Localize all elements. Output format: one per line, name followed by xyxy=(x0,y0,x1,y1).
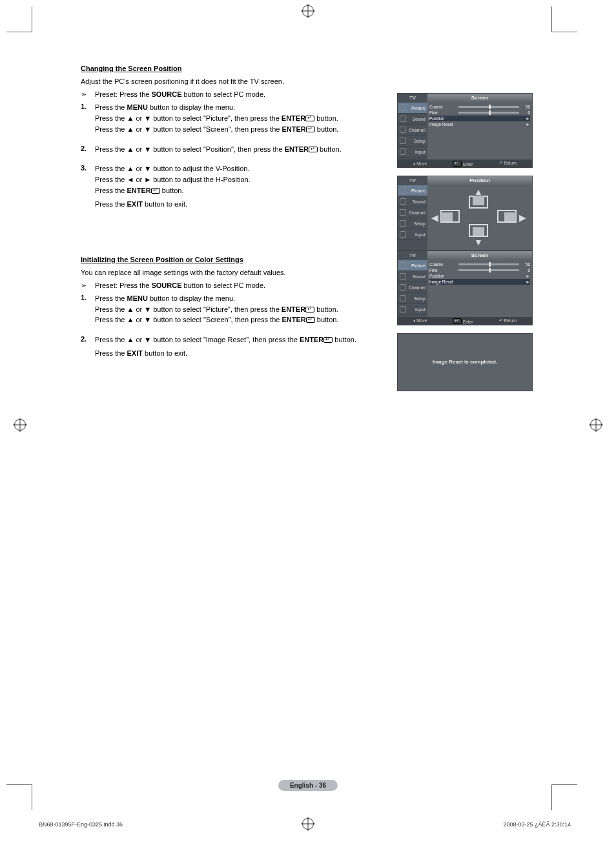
s1exitpost: button to exit. xyxy=(143,200,187,208)
osd-position-diagram: ▲ ◀ ▶ ▼ xyxy=(427,185,532,250)
s1s1l2post: button. xyxy=(314,114,338,122)
preset2-bold: SOURCE xyxy=(151,281,181,289)
osd-ftr-return: ↶ Return xyxy=(499,161,517,166)
crop-mark-tl xyxy=(6,6,32,32)
arrow-right-icon: ▶ xyxy=(519,212,526,223)
s2s1l1b: MENU xyxy=(127,294,148,302)
enter-icon xyxy=(151,188,160,194)
osd-row-image-reset: Image Reset xyxy=(429,280,457,284)
osd-row-fine: Fine xyxy=(429,110,457,115)
section1-step2: 2. Press the ▲ or ▼ button to select "Po… xyxy=(81,145,378,156)
section1-heading: Changing the Screen Position xyxy=(81,65,378,72)
s1s2l1post: button. xyxy=(318,145,342,153)
osd-sb-sound: Sound xyxy=(398,196,427,207)
preset-post: button to select PC mode. xyxy=(182,90,266,98)
pos-box-right xyxy=(497,210,517,223)
osd-footer: ♦ Move Enter ↶ Return xyxy=(398,317,532,325)
osd-sidebar: Picture Sound Channel Setup Input xyxy=(398,260,427,317)
s1s3l2: Press the ◄ or ► button to adjust the H-… xyxy=(95,175,378,185)
preset-pre: Preset: Press the xyxy=(95,90,151,98)
section2-heading: Initializing the Screen Position or Colo… xyxy=(81,256,378,263)
osd-main: Coarse50 Fine0 Position► Image Reset► xyxy=(427,103,532,159)
osd-main: Coarse50 Fine0 Position► Image Reset► xyxy=(427,260,532,317)
s2s1l2post: button. xyxy=(314,305,338,313)
osd-header-tv: TV xyxy=(398,94,427,103)
osd-position: TV Position Picture Sound Channel Setup … xyxy=(397,176,533,258)
enter-icon xyxy=(309,147,318,152)
arrow-left-icon: ◀ xyxy=(431,212,438,223)
s1s1l1post: button to display the menu. xyxy=(148,103,235,111)
osd-footer: ♦ Move Enter ↶ Return xyxy=(398,159,532,167)
s2s2l1pre: Press the ▲ or ▼ button to select "Image… xyxy=(95,336,300,343)
osd-sb-setup: Setup xyxy=(398,293,427,304)
s2exitb: EXIT xyxy=(127,349,143,357)
osd-sb-sound: Sound xyxy=(398,271,427,282)
osd-sb-input: Input xyxy=(398,229,427,240)
osd-header-title: Screen xyxy=(427,94,532,103)
s2s1l1pre: Press the xyxy=(95,294,127,302)
osd-row-coarse: Coarse xyxy=(429,105,457,109)
s2s2l1b: ENTER xyxy=(300,336,323,343)
osd-screen-imagereset-selected: TV Screen Picture Sound Channel Setup In… xyxy=(397,251,533,325)
section-initializing: Initializing the Screen Position or Colo… xyxy=(81,256,533,360)
osd-sidebar: Picture Sound Channel Setup Input xyxy=(398,103,427,159)
osd-row-image-reset: Image Reset xyxy=(429,122,457,127)
s2s2l1post: button. xyxy=(333,336,356,343)
section2-step2: 2. Press the ▲ or ▼ button to select "Im… xyxy=(81,335,378,360)
s2s1l3post: button. xyxy=(315,316,339,323)
section1-preset: ➣ Preset: Press the SOURCE button to sel… xyxy=(81,90,378,99)
preset2-pre: Preset: Press the xyxy=(95,281,151,289)
registration-mark-bottom xyxy=(302,818,314,830)
preset-arrow-icon: ➣ xyxy=(81,90,95,99)
osd-header-tv: TV xyxy=(398,176,427,185)
osd-ftr-enter: Enter xyxy=(453,318,473,324)
preset-arrow-icon: ➣ xyxy=(81,281,95,290)
osd-sb-setup: Setup xyxy=(398,218,427,229)
osd-sb-input: Input xyxy=(398,304,427,315)
section2-intro: You can replace all image settings with … xyxy=(81,269,378,276)
s1s1l2b: ENTER xyxy=(282,114,305,122)
section1-step1: 1. Press the MENU button to display the … xyxy=(81,103,378,136)
s1s3l3post: button. xyxy=(160,187,184,194)
s2s1l1post: button to display the menu. xyxy=(148,294,235,302)
osd-row-fine: Fine xyxy=(429,268,457,272)
crop-mark-br xyxy=(551,784,577,810)
s2s1l2b: ENTER xyxy=(282,305,305,313)
osd-sb-channel: Channel xyxy=(398,282,427,293)
footer-right-text: 2008-03-25 ¿ÀÈÄ 2:30:14 xyxy=(503,821,571,828)
enter-icon xyxy=(305,307,314,312)
osd-row-position: Position xyxy=(429,274,457,278)
registration-mark-left xyxy=(14,419,26,431)
pos-box-left xyxy=(440,210,460,223)
osd-sb-setup: Setup xyxy=(398,136,427,147)
osd-header-title: Position xyxy=(427,176,532,185)
page-content: Changing the Screen Position Adjust the … xyxy=(81,65,533,385)
s2s1l3pre: Press the ▲ or ▼ button to select "Scree… xyxy=(95,316,282,323)
s2s1l2pre: Press the ▲ or ▼ button to select "Pictu… xyxy=(95,305,282,313)
section1-step3: 3. Press the ▲ or ▼ button to adjust the… xyxy=(81,164,378,210)
s1s2l1pre: Press the ▲ or ▼ button to select "Posit… xyxy=(95,145,285,153)
osd-ftr-move: ♦ Move xyxy=(413,161,427,166)
s1s1l1b: MENU xyxy=(127,103,148,111)
crop-mark-tr xyxy=(551,6,577,32)
s2exitpre: Press the xyxy=(95,349,127,357)
section2-step1: 1. Press the MENU button to display the … xyxy=(81,294,378,327)
osd-ftr-move: ♦ Move xyxy=(413,318,427,323)
footer-left-text: BN68-01395F-Eng-0325.indd 36 xyxy=(39,821,123,828)
s1s3l3b: ENTER xyxy=(127,187,151,194)
section2-preset: ➣ Preset: Press the SOURCE button to sel… xyxy=(81,281,378,290)
osd-sb-channel: Channel xyxy=(398,207,427,218)
enter-icon xyxy=(305,116,314,121)
enter-icon xyxy=(306,317,315,323)
registration-mark-top xyxy=(302,5,314,17)
osd-row-coarse: Coarse xyxy=(429,262,457,267)
preset2-post: button to select PC mode. xyxy=(182,281,266,289)
osd-sb-picture: Picture xyxy=(398,103,427,114)
osd-image-reset-completed: Image Reset is completed. xyxy=(397,333,533,391)
s1s1l2pre: Press the ▲ or ▼ button to select "Pictu… xyxy=(95,114,282,122)
s1s1l3pre: Press the ▲ or ▼ button to select "Scree… xyxy=(95,125,282,133)
osd-ftr-return: ↶ Return xyxy=(499,318,517,323)
osd-sidebar: Picture Sound Channel Setup Input xyxy=(398,185,427,250)
osd-sb-input: Input xyxy=(398,147,427,158)
page-number-label: English - 36 xyxy=(278,780,338,791)
